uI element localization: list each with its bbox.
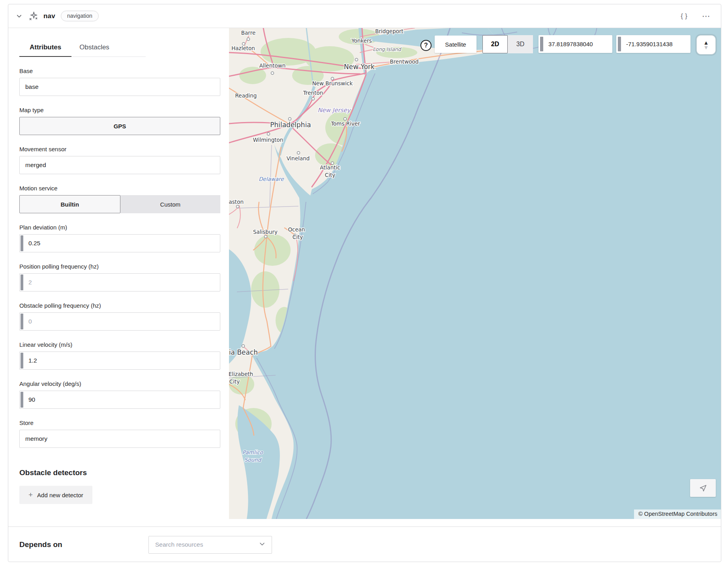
map-canvas[interactable]: BarreHazletonAllentownReadingTrentonNew …	[229, 28, 721, 519]
svg-text:New York: New York	[344, 63, 375, 71]
svg-text:Toms River: Toms River	[330, 120, 360, 127]
plan-deviation-label: Plan deviation (m)	[19, 224, 229, 231]
angular-velocity-input[interactable]: 90	[19, 391, 220, 409]
card-header: nav navigation { } ⋯	[8, 4, 721, 28]
svg-text:Long Island: Long Island	[373, 46, 402, 52]
plus-icon: +	[28, 491, 33, 499]
map-2d-button[interactable]: 2D	[482, 35, 508, 53]
add-detector-button[interactable]: + Add new detector	[19, 486, 92, 504]
store-label: Store	[19, 419, 229, 426]
svg-text:Vineland: Vineland	[287, 155, 310, 162]
tab-obstacles[interactable]: Obstacles	[71, 41, 117, 56]
svg-text:Yonkers: Yonkers	[351, 38, 372, 44]
resource-card: nav navigation { } ⋯ Attributes Obstacle…	[8, 4, 721, 562]
latitude-input[interactable]: 37.81897838040	[538, 35, 612, 53]
longitude-input[interactable]: -71.93590131438	[616, 35, 690, 53]
svg-text:Salisbury: Salisbury	[253, 229, 278, 235]
tab-attributes[interactable]: Attributes	[19, 41, 71, 57]
depends-on-section: Depends on Search resources	[8, 526, 721, 562]
number-input-bar	[21, 274, 23, 290]
depends-on-select[interactable]: Search resources	[148, 536, 272, 554]
motion-service-label: Motion service	[19, 185, 229, 192]
openstreetmap-tiles: BarreHazletonAllentownReadingTrentonNew …	[229, 28, 721, 519]
motion-custom-button[interactable]: Custom	[120, 195, 221, 213]
obstacle-detectors-heading: Obstacle detectors	[19, 468, 229, 477]
navigation-arrow-icon	[699, 484, 707, 493]
svg-text:Sound: Sound	[244, 457, 262, 463]
chevron-down-icon	[259, 541, 265, 549]
resource-type-badge: navigation	[61, 11, 99, 21]
number-input-bar	[618, 37, 621, 51]
resource-name: nav	[43, 12, 55, 20]
svg-text:Wilmington: Wilmington	[253, 137, 283, 143]
svg-text:Reading: Reading	[235, 92, 257, 99]
movement-sensor-input[interactable]: merged	[19, 156, 220, 174]
navigation-service-icon	[28, 11, 39, 21]
svg-text:Allentown: Allentown	[259, 62, 286, 69]
step-down-icon[interactable]: ▼	[704, 45, 709, 50]
svg-text:Bridgeport: Bridgeport	[375, 28, 403, 34]
more-menu-icon[interactable]: ⋯	[702, 14, 711, 18]
obstacle-polling-label: Obstacle polling frequency (hz)	[19, 302, 229, 309]
svg-text:Hazleton: Hazleton	[231, 45, 255, 51]
svg-text:Virginia Beach: Virginia Beach	[229, 348, 258, 356]
number-input-bar	[540, 37, 543, 51]
svg-text:City: City	[229, 378, 240, 385]
collapse-chevron-icon[interactable]	[16, 13, 23, 19]
svg-text:Easton: Easton	[229, 199, 244, 205]
svg-text:Philadelphia: Philadelphia	[270, 121, 311, 129]
svg-text:New Brunswick: New Brunswick	[312, 80, 353, 86]
number-input-bar	[21, 314, 23, 329]
svg-text:Brentwood: Brentwood	[390, 58, 419, 65]
satellite-toggle-button[interactable]: Satellite	[435, 36, 477, 53]
panel-tabs: Attributes Obstacles	[19, 41, 146, 57]
linear-velocity-input[interactable]: 1.2	[19, 352, 220, 370]
svg-text:Trenton: Trenton	[303, 90, 323, 96]
zoom-stepper[interactable]: ▲ ▼	[696, 35, 716, 55]
base-label: Base	[19, 68, 229, 74]
svg-text:Elizabeth: Elizabeth	[229, 371, 253, 377]
json-mode-icon[interactable]: { }	[681, 12, 688, 20]
svg-text:New Jersey: New Jersey	[317, 107, 351, 114]
position-polling-label: Position polling frequency (hz)	[19, 263, 229, 270]
svg-text:City: City	[293, 234, 303, 240]
svg-text:Atlantic: Atlantic	[320, 164, 340, 171]
angular-velocity-label: Angular velocity (deg/s)	[19, 380, 229, 387]
linear-velocity-label: Linear velocity (m/s)	[19, 341, 229, 348]
plan-deviation-input[interactable]: 0.25	[19, 234, 220, 252]
help-icon[interactable]: ?	[420, 40, 432, 51]
svg-text:Ocean: Ocean	[288, 226, 305, 233]
position-polling-input[interactable]: 2	[19, 273, 220, 291]
motion-service-toggle: Builtin Custom	[19, 195, 220, 213]
number-input-bar	[21, 392, 23, 408]
map-dimension-toggle: 2D 3D	[482, 35, 533, 53]
number-input-bar	[21, 235, 23, 251]
config-panel: Attributes Obstacles Base base Map type …	[8, 28, 229, 519]
svg-text:Barre: Barre	[241, 30, 255, 36]
depends-on-label: Depends on	[19, 540, 73, 549]
number-input-bar	[21, 353, 23, 368]
map-3d-button[interactable]: 3D	[508, 35, 533, 53]
store-input[interactable]: memory	[19, 430, 220, 448]
motion-builtin-button[interactable]: Builtin	[19, 195, 120, 213]
svg-text:Delaware: Delaware	[259, 176, 284, 182]
svg-text:Pamlico: Pamlico	[242, 449, 263, 455]
spacer	[8, 519, 721, 526]
svg-text:City: City	[325, 172, 335, 178]
obstacle-polling-input[interactable]: 0	[19, 312, 220, 331]
map-attribution: © OpenStreetMap Contributors	[634, 509, 721, 519]
map-type-label: Map type	[19, 107, 229, 113]
map-type-gps-button[interactable]: GPS	[19, 117, 220, 135]
recenter-button[interactable]	[690, 479, 716, 497]
base-input[interactable]: base	[19, 78, 220, 96]
movement-sensor-label: Movement sensor	[19, 146, 229, 152]
